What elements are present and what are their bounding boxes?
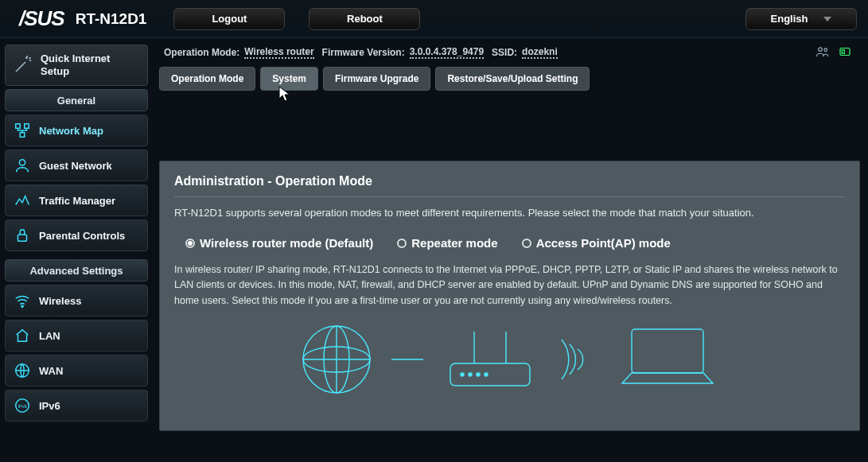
status-fw-value[interactable]: 3.0.0.4.378_9479 [410,46,484,59]
laptop-icon [608,320,727,399]
status-opmode-value[interactable]: Wireless router [244,46,313,59]
parental-controls-icon [14,227,31,244]
sidebar-item-label: Traffic Manager [39,195,115,207]
operation-mode-panel: Administration - Operation Mode RT-N12D1… [159,161,860,431]
language-label: English [771,13,808,25]
panel-title: Administration - Operation Mode [174,174,845,197]
sidebar-item-parental-controls[interactable]: Parental Controls [5,219,148,251]
sidebar-item-label: LAN [39,330,60,342]
tab-firmware-upgrade[interactable]: Firmware Upgrade [323,67,430,91]
logout-button[interactable]: Logout [173,8,285,30]
globe-icon [293,320,380,399]
admin-tabs: Operation Mode System Firmware Upgrade R… [159,67,860,91]
svg-point-20 [485,373,488,376]
sidebar-item-label: Guest Network [39,160,112,172]
sidebar-item-ipv6[interactable]: IPv6 IPv6 [5,390,148,421]
svg-rect-21 [632,329,703,373]
tab-restore-save-upload[interactable]: Restore/Save/Upload Setting [435,67,590,91]
svg-text:IPv6: IPv6 [18,404,26,409]
sidebar-item-network-map[interactable]: Network Map [5,115,148,146]
radio-icon [522,239,531,248]
sidebar: Quick Internet Setup General Network Map… [0,38,153,462]
status-opmode-key: Operation Mode: [164,47,239,58]
link-line-icon [391,351,423,367]
reboot-button[interactable]: Reboot [309,8,420,30]
svg-point-17 [461,373,464,376]
model-name: RT-N12D1 [76,10,147,28]
mode-explanation: In wireless router/ IP sharing mode, RT-… [174,262,845,309]
guest-network-icon [14,157,31,174]
sidebar-item-traffic-manager[interactable]: Traffic Manager [5,184,148,216]
svg-rect-2 [20,133,25,138]
wireless-icon [14,292,31,309]
radio-label: Access Point(AP) mode [536,236,671,250]
svg-rect-0 [16,124,21,129]
traffic-manager-icon [14,192,31,209]
svg-point-18 [469,373,472,376]
radio-repeater-mode[interactable]: Repeater mode [397,236,497,250]
ipv6-icon: IPv6 [14,397,31,414]
sidebar-item-label: Network Map [39,125,103,137]
panel-description: RT-N12D1 supports several operation mode… [174,207,845,219]
mode-radio-group: Wireless router mode (Default) Repeater … [185,236,845,250]
sidebar-item-label: Wireless [39,295,81,307]
status-line: Operation Mode: Wireless router Firmware… [159,45,860,60]
chevron-down-icon [823,17,831,21]
lan-icon [14,327,31,344]
wan-icon [14,362,31,379]
svg-point-19 [477,373,480,376]
signal-icon [557,332,597,387]
topology-diagram [174,320,845,399]
sidebar-item-label: Parental Controls [39,230,125,242]
svg-point-10 [824,48,827,51]
status-ssid-value[interactable]: dozekni [522,46,558,59]
quick-internet-setup-button[interactable]: Quick Internet Setup [5,45,148,86]
svg-point-5 [21,305,23,307]
top-bar: /SUS RT-N12D1 Logout Reboot English [0,0,868,38]
usb-status-icon[interactable] [838,45,852,61]
svg-rect-12 [842,49,844,53]
svg-rect-4 [18,235,27,241]
sidebar-section-general: General [5,89,148,111]
brand-logo: /SUS [19,6,64,31]
network-map-icon [14,122,31,139]
sidebar-item-wireless[interactable]: Wireless [5,285,148,316]
radio-label: Repeater mode [411,236,497,250]
svg-rect-1 [25,124,29,129]
sidebar-item-label: IPv6 [39,400,60,412]
radio-access-point-mode[interactable]: Access Point(AP) mode [522,236,671,250]
svg-point-3 [19,160,25,165]
sidebar-item-label: WAN [39,365,63,377]
sidebar-item-wan[interactable]: WAN [5,355,148,386]
sidebar-item-guest-network[interactable]: Guest Network [5,149,148,181]
wand-icon [14,55,33,76]
clients-icon[interactable] [815,45,830,61]
svg-point-9 [819,47,823,51]
radio-icon [185,239,195,248]
radio-icon [397,239,407,248]
tab-operation-mode[interactable]: Operation Mode [159,67,255,91]
tab-system[interactable]: System [260,67,318,91]
sidebar-section-advanced: Advanced Settings [5,259,148,281]
radio-wireless-router-mode[interactable]: Wireless router mode (Default) [185,236,373,250]
router-icon [434,320,546,399]
language-dropdown[interactable]: English [745,8,857,30]
status-ssid-key: SSID: [492,47,517,58]
sidebar-item-label: Quick Internet Setup [41,52,110,77]
radio-label: Wireless router mode (Default) [200,236,373,250]
status-fw-key: Firmware Version: [322,47,405,58]
sidebar-item-lan[interactable]: LAN [5,320,148,351]
